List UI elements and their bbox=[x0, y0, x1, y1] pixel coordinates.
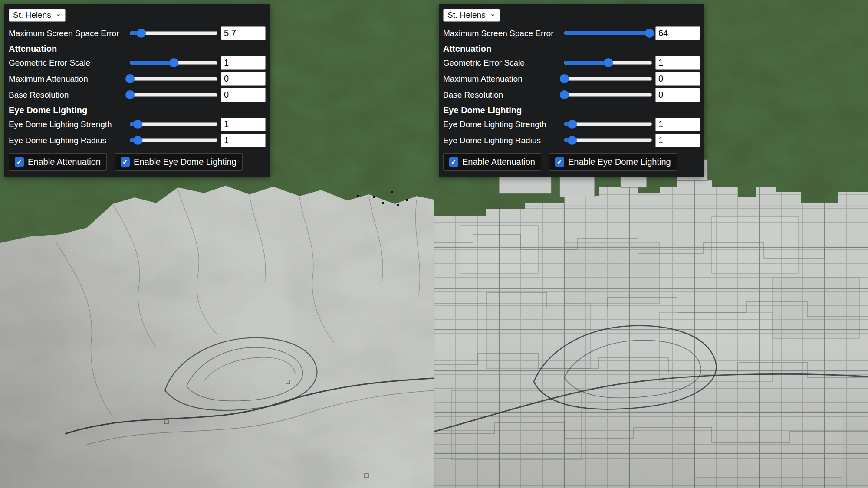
right-eye-dome-lighting-strength-label: Eye Dome Lighting Strength bbox=[443, 120, 564, 129]
slider-track[interactable] bbox=[564, 138, 652, 142]
left-base-resolution-label: Base Resolution bbox=[9, 90, 130, 100]
left-eye-dome-lighting-strength-slider[interactable] bbox=[130, 120, 217, 129]
right-attenuation-header: Attenuation bbox=[443, 44, 700, 54]
left-enable-eye-dome-lighting-label: Enable Eye Dome Lighting bbox=[134, 157, 237, 167]
left-eye-dome-lighting-header: Eye Dome Lighting bbox=[9, 105, 266, 115]
right-dataset-select[interactable]: St. Helens ⌄ bbox=[443, 9, 500, 22]
left-base-resolution-input[interactable] bbox=[221, 88, 266, 102]
slider-thumb[interactable] bbox=[645, 29, 654, 38]
right-geometric-error-scale-row: Geometric Error Scale bbox=[443, 56, 700, 70]
chevron-down-icon: ⌄ bbox=[56, 10, 61, 17]
right-enable-eye-dome-lighting-label: Enable Eye Dome Lighting bbox=[568, 157, 671, 167]
left-eye-dome-lighting-strength-input[interactable] bbox=[221, 118, 266, 131]
right-maximum-screen-space-error-slider[interactable] bbox=[564, 29, 652, 38]
left-maximum-screen-space-error-label: Maximum Screen Space Error bbox=[9, 29, 130, 38]
slider-track[interactable] bbox=[130, 77, 217, 81]
left-dataset-select[interactable]: St. Helens ⌄ bbox=[9, 9, 66, 22]
right-dataset-select-value: St. Helens bbox=[447, 10, 486, 20]
settings-panel-right: St. Helens ⌄ Maximum Screen Space Error … bbox=[439, 4, 704, 177]
slider-track[interactable] bbox=[564, 31, 652, 35]
left-eye-dome-lighting-strength-label: Eye Dome Lighting Strength bbox=[9, 120, 130, 129]
check-icon: ✓ bbox=[16, 159, 22, 166]
right-maximum-attenuation-slider[interactable] bbox=[564, 74, 652, 83]
left-eye-dome-lighting-radius-input[interactable] bbox=[221, 134, 266, 147]
slider-track[interactable] bbox=[564, 77, 652, 81]
right-geometric-error-scale-label: Geometric Error Scale bbox=[443, 58, 564, 68]
right-maximum-attenuation-row: Maximum Attenuation bbox=[443, 72, 700, 86]
slider-thumb[interactable] bbox=[169, 58, 178, 67]
right-eye-dome-lighting-radius-slider[interactable] bbox=[564, 136, 652, 145]
left-geometric-error-scale-label: Geometric Error Scale bbox=[9, 58, 130, 68]
slider-thumb[interactable] bbox=[560, 74, 569, 83]
right-geometric-error-scale-input[interactable] bbox=[655, 56, 700, 70]
slider-thumb[interactable] bbox=[568, 136, 577, 145]
scene-divider bbox=[434, 0, 434, 488]
slider-thumb[interactable] bbox=[133, 136, 142, 145]
right-eye-dome-lighting-radius-row: Eye Dome Lighting Radius bbox=[443, 133, 700, 147]
right-eye-dome-lighting-header: Eye Dome Lighting bbox=[443, 105, 700, 115]
left-enable-attenuation-label: Enable Attenuation bbox=[28, 157, 101, 167]
left-geometric-error-scale-slider[interactable] bbox=[130, 58, 217, 67]
left-maximum-screen-space-error-input[interactable] bbox=[221, 26, 266, 40]
right-eye-dome-lighting-radius-input[interactable] bbox=[655, 134, 700, 147]
left-maximum-attenuation-slider[interactable] bbox=[130, 74, 217, 83]
slider-thumb[interactable] bbox=[137, 29, 146, 38]
right-eye-dome-lighting-strength-input[interactable] bbox=[655, 118, 700, 131]
slider-track[interactable] bbox=[130, 138, 217, 142]
slider-track[interactable] bbox=[130, 93, 217, 97]
slider-thumb[interactable] bbox=[560, 90, 569, 99]
left-attenuation-header: Attenuation bbox=[9, 44, 266, 54]
app-stage: St. Helens ⌄ Maximum Screen Space Error … bbox=[0, 0, 868, 488]
slider-thumb[interactable] bbox=[125, 90, 135, 99]
right-enable-attenuation-label: Enable Attenuation bbox=[462, 157, 535, 167]
slider-fill bbox=[564, 31, 649, 35]
slider-track[interactable] bbox=[564, 122, 652, 126]
left-eye-dome-lighting-radius-label: Eye Dome Lighting Radius bbox=[9, 136, 130, 145]
right-maximum-screen-space-error-input[interactable] bbox=[655, 26, 700, 40]
checkbox-checked-icon[interactable]: ✓ bbox=[449, 157, 458, 167]
right-maximum-attenuation-input[interactable] bbox=[655, 72, 700, 86]
slider-track[interactable] bbox=[130, 122, 217, 126]
left-maximum-attenuation-label: Maximum Attenuation bbox=[9, 74, 130, 84]
checkbox-checked-icon[interactable]: ✓ bbox=[15, 157, 24, 167]
right-enable-eye-dome-lighting-checkbox[interactable]: ✓ Enable Eye Dome Lighting bbox=[549, 153, 677, 171]
right-checkbox-row: ✓ Enable Attenuation ✓ Enable Eye Dome L… bbox=[443, 153, 700, 171]
left-base-resolution-row: Base Resolution bbox=[9, 88, 266, 102]
checkbox-checked-icon[interactable]: ✓ bbox=[121, 157, 130, 167]
right-eye-dome-lighting-radius-label: Eye Dome Lighting Radius bbox=[443, 136, 564, 145]
right-maximum-attenuation-label: Maximum Attenuation bbox=[443, 74, 564, 84]
slider-track[interactable] bbox=[564, 93, 652, 97]
right-maximum-screen-space-error-label: Maximum Screen Space Error bbox=[443, 29, 564, 38]
right-maximum-screen-space-error-row: Maximum Screen Space Error bbox=[443, 26, 700, 40]
left-dataset-select-value: St. Helens bbox=[13, 10, 51, 20]
right-base-resolution-slider[interactable] bbox=[564, 90, 652, 99]
left-geometric-error-scale-row: Geometric Error Scale bbox=[9, 56, 266, 70]
left-eye-dome-lighting-radius-slider[interactable] bbox=[130, 136, 217, 145]
right-eye-dome-lighting-strength-slider[interactable] bbox=[564, 120, 652, 129]
right-base-resolution-input[interactable] bbox=[655, 88, 700, 102]
slider-thumb[interactable] bbox=[604, 58, 613, 67]
slider-thumb[interactable] bbox=[133, 120, 142, 129]
slider-thumb[interactable] bbox=[568, 120, 577, 129]
checkbox-checked-icon[interactable]: ✓ bbox=[555, 157, 564, 167]
left-maximum-attenuation-input[interactable] bbox=[221, 72, 266, 86]
slider-fill bbox=[564, 61, 608, 65]
check-icon: ✓ bbox=[451, 159, 457, 166]
left-maximum-screen-space-error-slider[interactable] bbox=[130, 29, 217, 38]
right-base-resolution-row: Base Resolution bbox=[443, 88, 700, 102]
settings-panel-left: St. Helens ⌄ Maximum Screen Space Error … bbox=[4, 4, 270, 177]
right-enable-attenuation-checkbox[interactable]: ✓ Enable Attenuation bbox=[443, 153, 541, 171]
right-eye-dome-lighting-strength-row: Eye Dome Lighting Strength bbox=[443, 117, 700, 131]
left-enable-attenuation-checkbox[interactable]: ✓ Enable Attenuation bbox=[9, 153, 107, 171]
left-maximum-screen-space-error-row: Maximum Screen Space Error bbox=[9, 26, 266, 40]
slider-thumb[interactable] bbox=[125, 74, 135, 83]
left-maximum-attenuation-row: Maximum Attenuation bbox=[9, 72, 266, 86]
chevron-down-icon: ⌄ bbox=[490, 10, 496, 17]
slider-fill bbox=[130, 61, 174, 65]
right-base-resolution-label: Base Resolution bbox=[443, 90, 564, 100]
left-geometric-error-scale-input[interactable] bbox=[221, 56, 266, 70]
check-icon: ✓ bbox=[557, 159, 562, 166]
right-geometric-error-scale-slider[interactable] bbox=[564, 58, 652, 67]
left-enable-eye-dome-lighting-checkbox[interactable]: ✓ Enable Eye Dome Lighting bbox=[115, 153, 243, 171]
left-base-resolution-slider[interactable] bbox=[130, 90, 217, 99]
